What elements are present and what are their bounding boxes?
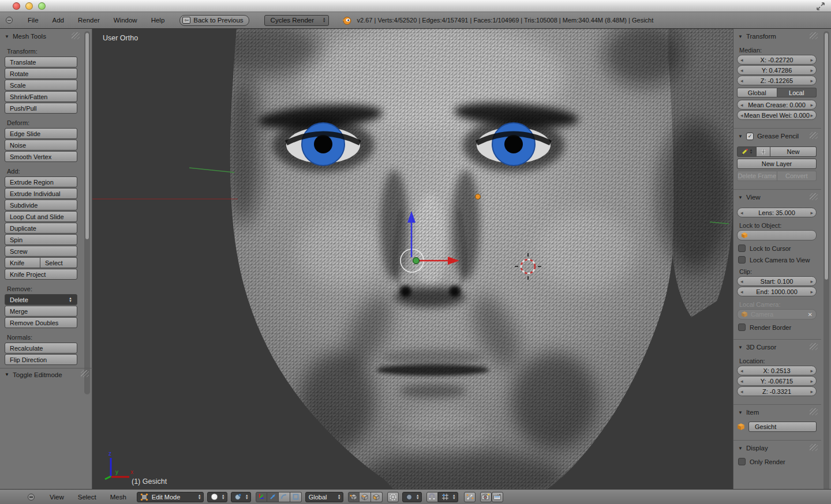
clear-camera-icon[interactable]: ✕ xyxy=(808,311,813,318)
menu-help[interactable]: Help xyxy=(144,17,172,24)
cursor-3d-panel-header[interactable]: ▼ 3D Cursor xyxy=(733,341,821,353)
grease-pencil-add-button[interactable] xyxy=(757,146,770,157)
object-name-field[interactable]: Gesicht xyxy=(748,422,817,432)
translate-manipulator-button[interactable] xyxy=(267,492,279,502)
toggle-editmode-panel-header[interactable]: ▼ Toggle Editmode xyxy=(0,368,92,381)
snap-toggle-button[interactable] xyxy=(426,492,438,502)
mode-select[interactable]: Edit Mode ▲▼ xyxy=(137,492,204,502)
knife-select-button[interactable]: Select xyxy=(40,257,77,268)
tool-shelf-scrollbar[interactable] xyxy=(84,31,90,394)
median-x-field[interactable]: ◂X: -0.22720▸ xyxy=(737,55,817,65)
menu-add[interactable]: Add xyxy=(46,17,71,24)
local-toggle[interactable]: Local xyxy=(777,88,817,97)
shrink-fatten-button[interactable]: Shrink/Fatten xyxy=(5,91,77,102)
menu-render[interactable]: Render xyxy=(71,17,107,24)
spin-button[interactable]: Spin xyxy=(5,234,77,245)
menu-collapse-icon[interactable] xyxy=(6,17,13,24)
display-panel-header[interactable]: ▼ Display xyxy=(733,442,821,454)
item-panel-header[interactable]: ▼ Item xyxy=(733,407,821,418)
cursor-x-field[interactable]: ◂X: 0.2513▸ xyxy=(737,366,817,375)
menu-file[interactable]: File xyxy=(21,17,46,24)
grease-pencil-checkbox[interactable]: ✓ xyxy=(746,133,754,140)
subdivide-button[interactable]: Subdivide xyxy=(5,200,77,210)
render-border-checkbox[interactable] xyxy=(738,324,746,331)
viewport-shading-select[interactable]: ▲▼ xyxy=(207,492,227,502)
opengl-render-button[interactable] xyxy=(480,492,492,502)
loop-cut-and-slide-button[interactable]: Loop Cut and Slide xyxy=(5,211,77,222)
header-collapse-icon[interactable] xyxy=(28,494,35,501)
view-panel-header[interactable]: ▼ View xyxy=(733,191,821,203)
grease-pencil-panel-header[interactable]: ▼ ✓ Grease Pencil xyxy=(733,130,821,142)
close-window-button[interactable] xyxy=(13,2,20,10)
pivot-icon xyxy=(234,493,242,501)
properties-scrollbar[interactable] xyxy=(823,31,829,489)
lock-to-cursor-checkbox[interactable] xyxy=(738,245,746,252)
zoom-window-button[interactable] xyxy=(38,2,46,10)
snap-element-select[interactable]: ▲▼ xyxy=(438,492,458,502)
extrude-region-button[interactable]: Extrude Region xyxy=(5,176,77,187)
pencil-source-dropdown[interactable]: ▲▼ xyxy=(737,146,757,157)
deform-section-label: Deform: xyxy=(7,119,83,126)
manipulator-center-handle[interactable] xyxy=(413,258,420,264)
menu-window[interactable]: Window xyxy=(107,17,144,24)
screw-button[interactable]: Screw xyxy=(5,246,77,257)
scale-button[interactable]: Scale xyxy=(5,80,77,91)
noise-button[interactable]: Noise xyxy=(5,140,77,151)
edge-select-button[interactable] xyxy=(360,492,371,502)
rotate-button[interactable]: Rotate xyxy=(5,68,77,79)
pivot-point-select[interactable]: ▲▼ xyxy=(231,492,251,502)
mean-bevel-weight-field[interactable]: ◂Mean Bevel Wei: 0.000▸ xyxy=(737,110,817,120)
delete-dropdown[interactable]: Delete ▲▼ xyxy=(5,294,77,305)
window-resize-icon[interactable] xyxy=(816,2,825,11)
lock-to-object-field[interactable] xyxy=(737,230,817,240)
extrude-individual-button[interactable]: Extrude Individual xyxy=(5,188,77,199)
merge-button[interactable]: Merge xyxy=(5,306,77,317)
new-layer-button[interactable]: New Layer xyxy=(737,159,817,169)
delete-frame-button[interactable]: Delete Frame xyxy=(737,171,777,181)
global-toggle[interactable]: Global xyxy=(737,88,777,97)
smooth-vertex-button[interactable]: Smooth Vertex xyxy=(5,151,77,162)
viewport-3d[interactable]: z y x User Ortho (1) Gesicht xyxy=(92,29,733,489)
render-engine-select[interactable]: Cycles Render ▲▼ xyxy=(264,15,329,26)
local-camera-field[interactable]: Camera ✕ xyxy=(737,309,817,319)
lens-field[interactable]: ◂Lens: 35.000▸ xyxy=(737,208,817,217)
transform-panel-header[interactable]: ▼ Transform xyxy=(733,31,821,42)
scale-manipulator-button[interactable] xyxy=(290,492,302,502)
lock-camera-to-view-checkbox[interactable] xyxy=(738,256,746,264)
mesh-tools-panel-header[interactable]: ▼ Mesh Tools xyxy=(0,31,83,42)
clip-end-field[interactable]: ◂End: 1000.000▸ xyxy=(737,287,817,296)
mode-value: Edit Mode xyxy=(152,494,194,501)
rotate-manipulator-button[interactable] xyxy=(279,492,290,502)
push-pull-button[interactable]: Push/Pull xyxy=(5,103,77,114)
manipulator-axes-button[interactable] xyxy=(256,492,267,502)
vertex-select-button[interactable] xyxy=(348,492,360,502)
back-to-previous-button[interactable]: ⇦ Back to Previous xyxy=(179,15,249,26)
minimize-window-button[interactable] xyxy=(25,2,33,10)
viewport-menu-view[interactable]: View xyxy=(43,494,71,501)
viewport-menu-select[interactable]: Select xyxy=(71,494,103,501)
flip-direction-button[interactable]: Flip Direction xyxy=(5,354,77,365)
limit-selection-visible-button[interactable] xyxy=(387,492,399,502)
edge-slide-button[interactable]: Edge Slide xyxy=(5,128,77,139)
median-z-field[interactable]: ◂Z: -0.12265▸ xyxy=(737,76,817,85)
knife-project-button[interactable]: Knife Project xyxy=(5,269,77,280)
only-render-checkbox[interactable] xyxy=(738,458,746,465)
grease-pencil-new-button[interactable]: New xyxy=(770,146,817,157)
snap-apply-button[interactable] xyxy=(464,492,476,502)
viewport-menu-mesh[interactable]: Mesh xyxy=(103,494,133,501)
translate-button[interactable]: Translate xyxy=(5,57,77,67)
face-select-button[interactable] xyxy=(371,492,383,502)
knife-button[interactable]: Knife xyxy=(5,257,40,268)
opengl-render-anim-button[interactable] xyxy=(492,492,503,502)
transform-orientation-select[interactable]: Global ▲▼ xyxy=(305,492,343,502)
cursor-y-field[interactable]: ◂Y: -0.06715▸ xyxy=(737,376,817,386)
proportional-edit-select[interactable]: ▲▼ xyxy=(402,492,422,502)
mean-crease-field[interactable]: ◂Mean Crease: 0.000▸ xyxy=(737,100,817,110)
recalculate-button[interactable]: Recalculate xyxy=(5,343,77,353)
clip-start-field[interactable]: ◂Start: 0.100▸ xyxy=(737,276,817,286)
cursor-z-field[interactable]: ◂Z: -0.3321▸ xyxy=(737,386,817,396)
convert-button[interactable]: Convert xyxy=(777,171,817,181)
duplicate-button[interactable]: Duplicate xyxy=(5,223,77,234)
median-y-field[interactable]: ◂Y: 0.47286▸ xyxy=(737,65,817,75)
remove-doubles-button[interactable]: Remove Doubles xyxy=(5,317,77,328)
